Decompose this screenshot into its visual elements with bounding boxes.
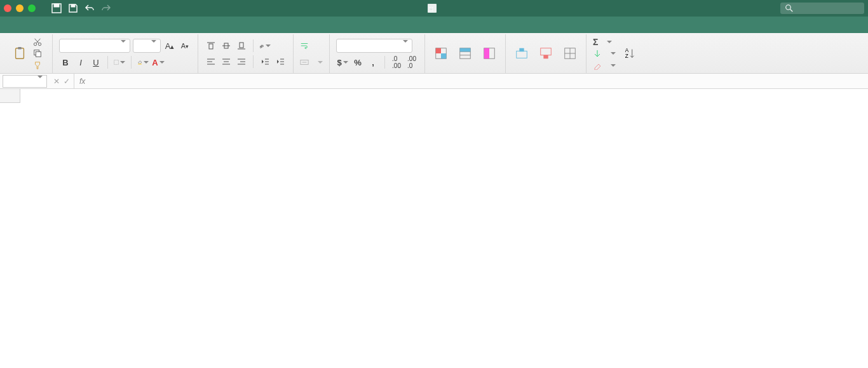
wrap-text-button[interactable] [300, 40, 323, 51]
document-title: x [428, 4, 440, 13]
menu-tabs [0, 17, 868, 33]
font-size-select[interactable] [133, 39, 161, 53]
format-cells-button[interactable] [560, 37, 580, 71]
formula-bar: ✕ ✓ fx [0, 74, 868, 89]
close-window[interactable] [4, 4, 11, 12]
increase-decimal-icon[interactable]: .0.00 [390, 56, 403, 69]
svg-rect-7 [16, 48, 24, 58]
svg-rect-50 [543, 55, 548, 58]
insert-cells-button[interactable] [512, 37, 531, 71]
save-icon[interactable] [68, 3, 78, 13]
group-styles [425, 34, 506, 73]
name-box[interactable] [3, 75, 47, 88]
search-sheet[interactable] [780, 3, 864, 14]
svg-rect-1 [54, 4, 59, 7]
confirm-formula[interactable]: ✓ [64, 77, 70, 86]
svg-rect-20 [240, 43, 243, 48]
decrease-decimal-icon[interactable]: .00.0 [405, 56, 418, 69]
autosum-button[interactable]: Σ [593, 37, 616, 47]
format-as-table-button[interactable] [456, 37, 475, 71]
svg-rect-13 [114, 60, 119, 65]
format-painter-button[interactable] [33, 60, 46, 71]
autosave-icon[interactable] [51, 3, 62, 13]
group-wrap-merge [294, 34, 330, 73]
svg-line-6 [790, 10, 793, 12]
cell-styles-button[interactable] [480, 37, 499, 71]
search-input[interactable] [796, 4, 859, 13]
svg-rect-40 [441, 53, 446, 58]
svg-point-5 [786, 5, 791, 10]
align-left-icon[interactable] [205, 55, 217, 68]
decrease-indent-icon[interactable] [259, 55, 271, 68]
svg-rect-46 [484, 48, 489, 58]
sort-filter-button[interactable]: AZ [621, 37, 640, 71]
maximize-window[interactable] [28, 4, 36, 12]
number-format-select[interactable] [336, 39, 412, 53]
percent-button[interactable]: % [351, 56, 364, 69]
svg-rect-8 [18, 46, 22, 49]
group-cells [506, 34, 587, 73]
redo-icon[interactable] [101, 3, 111, 13]
borders-button[interactable] [113, 56, 126, 69]
align-bottom-icon[interactable] [235, 39, 248, 52]
font-name-select[interactable] [59, 39, 130, 53]
svg-rect-12 [36, 52, 41, 57]
window-controls [4, 4, 36, 12]
merge-center-button[interactable] [300, 57, 323, 68]
align-middle-icon[interactable] [220, 39, 233, 52]
fill-color-button[interactable] [137, 56, 149, 69]
svg-point-10 [38, 43, 41, 45]
minimize-window[interactable] [16, 4, 24, 12]
comma-button[interactable]: , [367, 56, 379, 69]
delete-cells-button[interactable] [536, 37, 555, 71]
svg-text:x: x [430, 5, 433, 12]
font-color-button[interactable]: A [152, 56, 165, 69]
group-editing: Σ AZ [587, 34, 646, 73]
svg-text:Z: Z [625, 53, 628, 59]
group-number: $ % , .0.00 .00.0 [330, 34, 425, 73]
clear-button[interactable] [593, 60, 616, 71]
fill-button[interactable] [593, 48, 616, 58]
spreadsheet-grid[interactable] [0, 89, 868, 103]
paste-button[interactable] [10, 37, 29, 71]
conditional-formatting-button[interactable] [431, 37, 451, 71]
svg-rect-14 [138, 64, 142, 64]
align-right-icon[interactable] [235, 55, 248, 68]
svg-text:ab: ab [259, 43, 264, 48]
increase-indent-icon[interactable] [274, 55, 287, 68]
currency-button[interactable]: $ [336, 56, 349, 69]
svg-rect-47 [517, 51, 527, 58]
cancel-formזdata-interactable[interactable]: ✕ [53, 77, 60, 86]
svg-rect-49 [541, 48, 552, 55]
group-font: A▴ A▾ B I U A [53, 34, 198, 73]
svg-rect-16 [209, 44, 213, 49]
copy-button[interactable] [33, 48, 46, 58]
decrease-font-icon[interactable]: A▾ [179, 39, 191, 52]
svg-rect-48 [519, 48, 524, 51]
group-alignment: ab [198, 34, 294, 73]
undo-icon[interactable] [85, 3, 95, 13]
ribbon: A▴ A▾ B I U A ab [0, 33, 868, 74]
svg-rect-44 [460, 48, 471, 51]
underline-button[interactable]: U [90, 56, 102, 69]
group-clipboard [4, 34, 53, 73]
svg-rect-2 [71, 4, 75, 7]
svg-point-9 [34, 43, 36, 45]
increase-font-icon[interactable]: A▴ [163, 39, 176, 52]
svg-text:A: A [625, 48, 629, 53]
align-center-icon[interactable] [220, 55, 233, 68]
orientation-button[interactable]: ab [259, 39, 271, 52]
titlebar: x [0, 0, 868, 17]
italic-button[interactable]: I [74, 56, 87, 69]
svg-rect-39 [436, 48, 441, 53]
cut-button[interactable] [33, 37, 46, 47]
align-top-icon[interactable] [205, 39, 217, 52]
select-all-corner[interactable] [0, 89, 20, 103]
fx-label[interactable]: fx [79, 77, 85, 86]
bold-button[interactable]: B [59, 56, 72, 69]
